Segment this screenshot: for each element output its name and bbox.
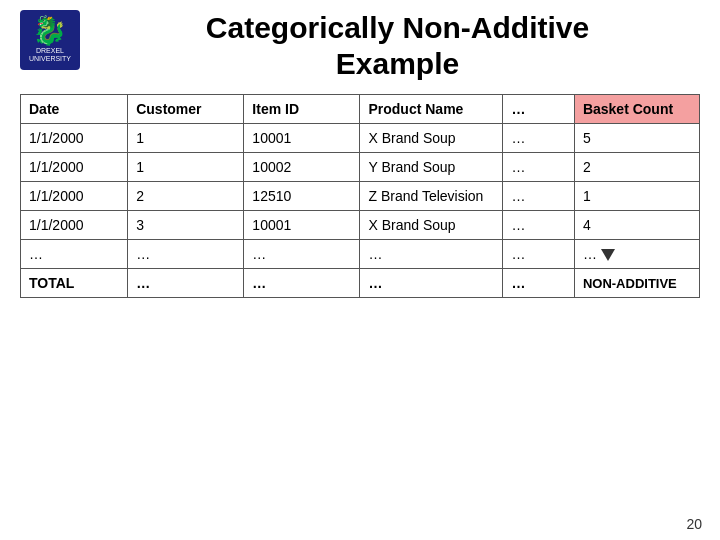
- cell-customer: 2: [128, 182, 244, 211]
- header-ellipsis: …: [503, 95, 574, 124]
- total-row: TOTAL…………NON-ADDITIVE: [21, 269, 700, 298]
- cell-ellipsis: …: [503, 240, 574, 269]
- cell-date: 1/1/2000: [21, 211, 128, 240]
- cell-product: X Brand Soup: [360, 211, 503, 240]
- total-item-id: …: [244, 269, 360, 298]
- cell-product: X Brand Soup: [360, 124, 503, 153]
- total-customer: …: [128, 269, 244, 298]
- logo-icon: 🐉: [29, 17, 71, 45]
- cell-item-id: …: [244, 240, 360, 269]
- cell-basket: 4: [574, 211, 699, 240]
- cell-date: 1/1/2000: [21, 153, 128, 182]
- down-arrow-icon: [601, 249, 615, 261]
- header-product-name: Product Name: [360, 95, 503, 124]
- total-label: TOTAL: [21, 269, 128, 298]
- table-container: Date Customer Item ID Product Name … Bas…: [20, 94, 700, 298]
- cell-ellipsis: …: [503, 124, 574, 153]
- cell-item-id: 10001: [244, 124, 360, 153]
- cell-customer: 1: [128, 153, 244, 182]
- table-row: 1/1/2000110001X Brand Soup…5: [21, 124, 700, 153]
- cell-customer: 3: [128, 211, 244, 240]
- total-ellipsis: …: [503, 269, 574, 298]
- header-customer: Customer: [128, 95, 244, 124]
- table-header-row: Date Customer Item ID Product Name … Bas…: [21, 95, 700, 124]
- cell-item-id: 10002: [244, 153, 360, 182]
- cell-date: 1/1/2000: [21, 124, 128, 153]
- title-area: Categorically Non-Additive Example: [95, 10, 700, 82]
- table-row: 1/1/2000110002Y Brand Soup…2: [21, 153, 700, 182]
- page: 🐉 DREXELUNIVERSITY Categorically Non-Add…: [0, 0, 720, 540]
- cell-product: Y Brand Soup: [360, 153, 503, 182]
- cell-basket: 2: [574, 153, 699, 182]
- cell-basket: 1: [574, 182, 699, 211]
- page-title: Categorically Non-Additive Example: [95, 10, 700, 82]
- cell-item-id: 10001: [244, 211, 360, 240]
- logo: 🐉 DREXELUNIVERSITY: [20, 10, 85, 75]
- cell-date: 1/1/2000: [21, 182, 128, 211]
- cell-basket: 5: [574, 124, 699, 153]
- page-number: 20: [686, 516, 702, 532]
- header-item-id: Item ID: [244, 95, 360, 124]
- cell-customer: …: [128, 240, 244, 269]
- logo-text: DREXELUNIVERSITY: [29, 47, 71, 64]
- cell-date: …: [21, 240, 128, 269]
- table-row: 1/1/2000212510Z Brand Television…1: [21, 182, 700, 211]
- total-basket: NON-ADDITIVE: [574, 269, 699, 298]
- header-basket-count: Basket Count: [574, 95, 699, 124]
- data-table: Date Customer Item ID Product Name … Bas…: [20, 94, 700, 298]
- cell-ellipsis: …: [503, 182, 574, 211]
- header: 🐉 DREXELUNIVERSITY Categorically Non-Add…: [20, 10, 700, 82]
- cell-ellipsis: …: [503, 153, 574, 182]
- cell-product: Z Brand Television: [360, 182, 503, 211]
- total-product: …: [360, 269, 503, 298]
- table-row: ………………: [21, 240, 700, 269]
- table-row: 1/1/2000310001X Brand Soup…4: [21, 211, 700, 240]
- cell-item-id: 12510: [244, 182, 360, 211]
- header-date: Date: [21, 95, 128, 124]
- cell-product: …: [360, 240, 503, 269]
- cell-ellipsis: …: [503, 211, 574, 240]
- cell-customer: 1: [128, 124, 244, 153]
- table-body: 1/1/2000110001X Brand Soup…51/1/20001100…: [21, 124, 700, 298]
- cell-basket: …: [574, 240, 699, 269]
